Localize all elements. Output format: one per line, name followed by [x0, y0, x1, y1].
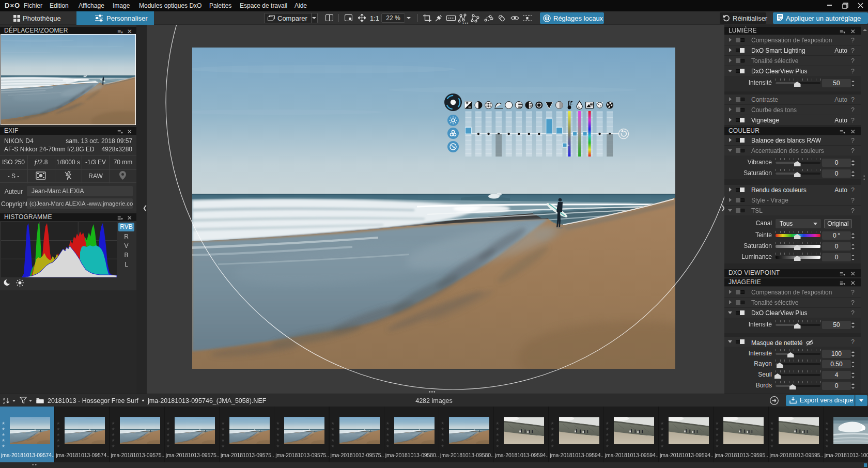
- svg-text:a: a: [3, 397, 5, 401]
- svg-text:z: z: [3, 401, 5, 404]
